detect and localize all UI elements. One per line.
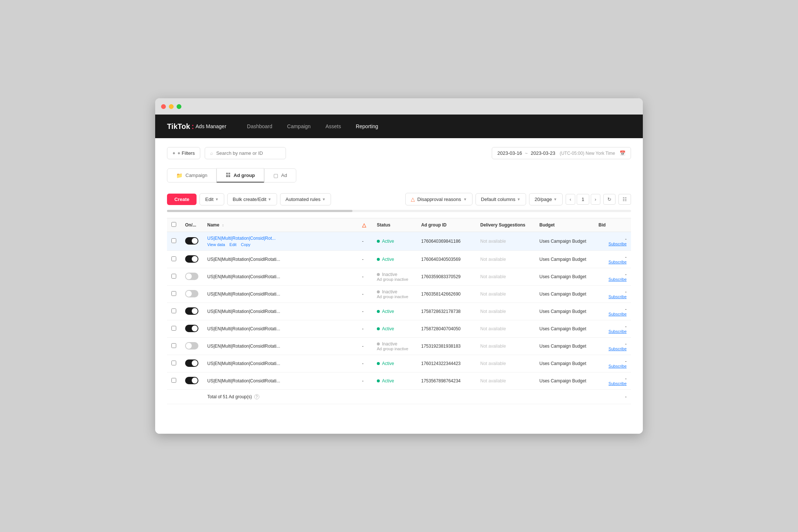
filters-button[interactable]: + + Filters [167, 147, 200, 159]
row-toggle[interactable] [185, 307, 198, 315]
automated-rules-button[interactable]: Automated rules ▼ [280, 193, 331, 205]
row-checkbox[interactable] [171, 256, 176, 261]
row-subscribe-link[interactable]: Subscribe [598, 329, 627, 334]
row-checkbox[interactable] [171, 343, 176, 348]
status-sub-label: Ad group inactive [377, 347, 412, 351]
row-subscribe-link[interactable]: Subscribe [598, 381, 627, 386]
app-window: TikTok: Ads Manager Dashboard Campaign A… [155, 98, 643, 434]
create-button[interactable]: Create [167, 194, 197, 205]
table-row: US|EN|Multi|Rotation|ConsidlRotati...-Ac… [167, 355, 631, 372]
header-budget-label: Budget [539, 222, 555, 228]
row-subscribe-link[interactable]: Subscribe [598, 294, 627, 299]
search-input[interactable] [216, 150, 280, 156]
logo-dot: : [192, 122, 194, 131]
toggle-thumb [192, 308, 198, 314]
row-status: InactiveAd group inactive [377, 341, 412, 351]
row-checkbox[interactable] [171, 378, 176, 383]
plus-icon: + [173, 150, 175, 156]
row-delivery: Not available [480, 344, 506, 349]
row-toggle[interactable] [185, 377, 198, 384]
table-footer-row: Total of 51 Ad group(s) ? - [167, 390, 631, 404]
refresh-button[interactable]: ↻ [603, 194, 615, 205]
row-warn-cell: - [358, 372, 372, 390]
row-checkbox[interactable] [171, 291, 176, 296]
footer-empty2 [535, 390, 594, 404]
nav-reporting[interactable]: Reporting [356, 122, 378, 131]
row-toggle[interactable] [185, 255, 198, 263]
header-budget: Budget [535, 218, 594, 232]
filters-bar: + + Filters ⌕ 2023-03-16 ~ 2023-03-23 (U… [167, 147, 631, 159]
horizontal-scrollbar[interactable] [167, 210, 631, 212]
row-subscribe-link[interactable]: Subscribe [598, 364, 627, 368]
help-icon[interactable]: ? [254, 394, 259, 399]
edit-button[interactable]: Edit ▼ [200, 193, 224, 205]
default-columns-button[interactable]: Default columns ▼ [475, 193, 526, 205]
minimize-button[interactable] [169, 104, 174, 109]
row-subscribe-link[interactable]: Subscribe [598, 312, 627, 316]
row-checkbox[interactable] [171, 326, 176, 331]
row-action-view-data[interactable]: View data [207, 242, 225, 247]
row-status: Active [377, 361, 412, 366]
row-name-text: US|EN|Multi|Rotation|ConsidlRotati... [207, 274, 280, 279]
row-checkbox[interactable] [171, 274, 176, 279]
row-delivery: Not available [480, 361, 506, 366]
row-action-copy[interactable]: Copy [241, 242, 250, 247]
row-toggle[interactable] [185, 325, 198, 332]
row-budget: Uses Campaign Budget [535, 232, 594, 251]
disapproval-reasons-button[interactable]: △ Disapproval reasons ▼ [405, 193, 472, 205]
row-subscribe-link[interactable]: Subscribe [598, 242, 627, 246]
row-toggle[interactable] [185, 342, 198, 349]
row-checkbox[interactable] [171, 361, 176, 365]
row-delivery: Not available [480, 378, 506, 383]
row-name-link[interactable]: US|EN|Multi|Rotation|Consid|Rot... [207, 236, 276, 241]
page-size-button[interactable]: 20/page ▼ [529, 193, 563, 205]
calendar-icon[interactable]: 📅 [620, 150, 625, 156]
edit-chevron-icon: ▼ [215, 197, 219, 201]
row-toggle[interactable] [185, 359, 198, 367]
disapproval-label: Disapproval reasons [417, 197, 461, 202]
row-action-edit[interactable]: Edit [229, 242, 236, 247]
scrollbar-thumb[interactable] [167, 210, 352, 212]
tab-adgroup[interactable]: ☷ Ad group [216, 168, 264, 183]
toggle-thumb [192, 378, 198, 383]
row-subscribe-link[interactable]: Subscribe [598, 347, 627, 351]
row-delivery: Not available [480, 239, 506, 244]
nav-assets[interactable]: Assets [325, 122, 341, 131]
tab-campaign[interactable]: 📁 Campaign [167, 168, 216, 183]
row-warn-cell: - [358, 251, 372, 268]
next-page-button[interactable]: › [591, 194, 600, 205]
row-toggle[interactable] [185, 273, 198, 280]
export-button[interactable]: ☷ [618, 194, 631, 205]
row-subscribe-link[interactable]: Subscribe [598, 277, 627, 282]
row-name-text: US|EN|Multi|Rotation|ConsidlRotati... [207, 361, 280, 366]
row-checkbox[interactable] [171, 238, 176, 243]
tab-ad[interactable]: ▢ Ad [264, 168, 296, 183]
status-label: Active [382, 239, 394, 244]
nav-campaign[interactable]: Campaign [287, 122, 311, 131]
table-row: US|EN|Multi|Rotation|ConsidlRotati...-Ac… [167, 303, 631, 320]
row-toggle[interactable] [185, 290, 198, 297]
table-row: US|EN|Multi|Rotation|ConsidlRotati...-Ac… [167, 372, 631, 390]
row-subscribe-link[interactable]: Subscribe [598, 260, 627, 264]
close-button[interactable] [161, 104, 166, 109]
row-status: Active [377, 239, 412, 244]
maximize-button[interactable] [177, 104, 181, 109]
row-toggle[interactable] [185, 237, 198, 245]
table-header-row: On/... Name ↕ △ Status Ad group ID [167, 218, 631, 232]
row-adgroup-id: 1760640369841186 [417, 232, 476, 251]
status-indicator [377, 258, 380, 261]
row-checkbox[interactable] [171, 308, 176, 313]
row-bid-value: - [598, 324, 627, 329]
automated-label: Automated rules [286, 197, 321, 202]
bulk-create-edit-button[interactable]: Bulk create/Edit ▼ [227, 193, 277, 205]
main-content: + + Filters ⌕ 2023-03-16 ~ 2023-03-23 (U… [155, 138, 643, 434]
select-all-checkbox[interactable] [171, 222, 176, 227]
page-size-chevron-icon: ▼ [553, 197, 557, 201]
status-indicator [377, 240, 380, 243]
prev-page-button[interactable]: ‹ [566, 194, 575, 205]
name-sort-icon[interactable]: ↕ [222, 223, 224, 227]
row-name-text: US|EN|Multi|Rotation|ConsidlRotati... [207, 291, 280, 297]
date-range[interactable]: 2023-03-16 ~ 2023-03-23 (UTC-05:00) New … [492, 147, 631, 159]
row-adgroup-id: 1760359083370529 [417, 268, 476, 286]
nav-dashboard[interactable]: Dashboard [247, 122, 273, 131]
